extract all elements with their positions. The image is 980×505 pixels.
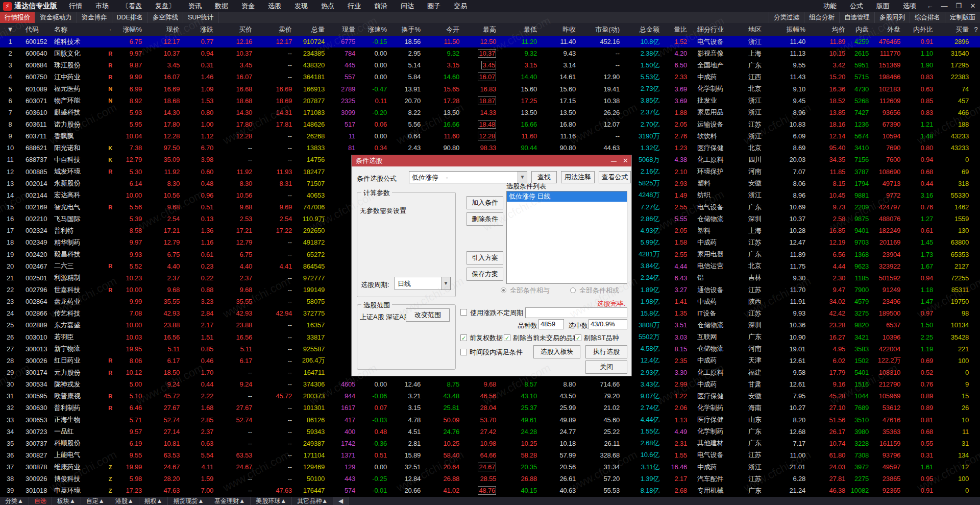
column-header-sy[interactable]: 市盈(动)	[579, 23, 623, 36]
column-header-jk[interactable]: 今开	[424, 23, 462, 36]
updown-period-input[interactable]	[525, 307, 627, 318]
close-icon[interactable]: ✕	[966, 0, 980, 12]
menu-item[interactable]: 圈子	[421, 0, 447, 12]
table-row[interactable]: 2600640国脉文化R9.9710.370.9410.37--23438578…	[0, 47, 980, 59]
column-header-lb[interactable]: 量比	[663, 23, 690, 36]
minimize-icon[interactable]: —	[937, 0, 951, 12]
usage-notes-button[interactable]: 用法注释	[561, 171, 595, 183]
column-header-dq[interactable]: 地区	[746, 23, 782, 36]
column-header-zsh[interactable]: 昨收	[540, 23, 579, 36]
table-row[interactable]: 5601089福元医药N6.9916.691.0916.6816.6916691…	[0, 83, 980, 95]
column-header-hs[interactable]: 换手%	[390, 23, 424, 36]
chevron-down-icon[interactable]: ▼	[518, 172, 527, 183]
menu-item[interactable]: 交易	[447, 0, 474, 12]
column-header-ml[interactable]: 买量	[936, 23, 972, 36]
toolbar-tab[interactable]: 资金驱动力	[35, 12, 77, 23]
menu-item[interactable]: 选股	[261, 0, 288, 12]
column-header-zs[interactable]: 涨速%	[358, 23, 390, 36]
checkbox-time-range[interactable]	[460, 349, 467, 355]
table-row[interactable]: 4600750江中药业R9.9916.071.4616.07--36418155…	[0, 71, 980, 83]
menu-item[interactable]: 功能	[817, 0, 843, 12]
condition-list-item[interactable]: 低位涨停 日线	[507, 191, 627, 202]
toolbar-tab[interactable]: DDE排名	[112, 12, 148, 23]
bottom-tab[interactable]: 期货现货▲	[168, 497, 209, 505]
add-condition-button[interactable]: 加入条件	[467, 196, 503, 209]
dialog-minimize-icon[interactable]: —	[611, 155, 617, 166]
table-row[interactable]: 3600684珠江股份R9.873.450.313.45--4383204450…	[0, 59, 980, 71]
checkbox-updown-period[interactable]	[460, 309, 467, 316]
delete-condition-button[interactable]: 删除条件	[467, 212, 503, 226]
column-header-selcol[interactable]: ▼	[0, 23, 20, 36]
column-header-wp[interactable]: 外盘	[872, 23, 903, 36]
menu-item[interactable]: 复盘〕	[149, 0, 182, 12]
column-header-zje[interactable]: 总金额	[623, 23, 663, 36]
execute-pick-button[interactable]: 执行选股	[585, 345, 627, 358]
table-row[interactable]: 9603711香飘飘10.0412.281.1212.28--26268110.…	[0, 130, 980, 142]
menu-item[interactable]: 行业	[341, 0, 368, 12]
column-header-xj[interactable]: 现价	[145, 23, 183, 36]
toolbar-button[interactable]: 综合排名	[910, 12, 945, 23]
menu-item[interactable]: 选项	[896, 0, 923, 12]
table-row[interactable]: 39301018申菱环境Z17.2347.637.00--47.63176447…	[0, 485, 980, 496]
table-row[interactable]: 37300878维康药业Z19.9924.674.1124.67--129469…	[0, 461, 980, 473]
save-plan-button[interactable]: 保存方案	[467, 268, 503, 281]
checkbox-remove-st[interactable]: ✓	[575, 334, 581, 341]
radio-all-and[interactable]	[501, 287, 506, 293]
menu-item[interactable]: 前沿	[368, 0, 394, 12]
column-header-zg[interactable]: 最高	[462, 23, 499, 36]
dialog-close-icon[interactable]: ✕	[623, 155, 628, 166]
toolbar-tab[interactable]: SUP统计	[183, 12, 219, 23]
restore-icon[interactable]: ❐	[951, 0, 966, 12]
import-plan-button[interactable]: 引入方案	[467, 251, 503, 264]
table-row[interactable]: 36300827上能电气9.5563.535.5463.53--17110413…	[0, 449, 980, 461]
column-header-code[interactable]: 代码	[20, 23, 52, 36]
bottom-tab[interactable]: 港股▲	[110, 497, 139, 505]
radio-all-or[interactable]	[570, 287, 576, 293]
menu-item[interactable]: 公式	[843, 0, 870, 12]
menu-item[interactable]: 〔看盘	[115, 0, 149, 12]
column-header-np[interactable]: 内盘	[848, 23, 872, 36]
table-row[interactable]: 34300723一品红9.5727.142.37----593434000.48…	[0, 426, 980, 438]
menu-item[interactable]: 问达	[394, 0, 421, 12]
close-dialog-button[interactable]: 关闭	[585, 360, 627, 374]
toolbar-button[interactable]: 定制版面	[945, 12, 980, 23]
menu-item[interactable]: 版面	[870, 0, 896, 12]
table-row[interactable]: 6603071物产环能N8.9218.681.5318.6818.6920787…	[0, 95, 980, 107]
column-header-xl[interactable]: 现量	[328, 23, 358, 36]
bottom-tab[interactable]: 自选	[29, 497, 52, 505]
table-row[interactable]: 35300737科顺股份6.1910.810.63----2493871742-…	[0, 438, 980, 449]
column-header-mj[interactable]: 买价	[216, 23, 255, 36]
period-combobox[interactable]: 日线 ▼	[395, 277, 451, 290]
bottom-tab[interactable]: 分类▲	[0, 497, 29, 505]
bottom-tab[interactable]: 基金理财▲	[209, 497, 251, 505]
column-header-more[interactable]: ?	[972, 23, 980, 36]
table-row[interactable]: 32300630普利制药R6.4627.671.6827.67--1013011…	[0, 402, 980, 414]
table-row[interactable]: 7603610麒盛科技5.9314.300.8014.3014.31171083…	[0, 107, 980, 118]
menu-item[interactable]: 热点	[314, 0, 341, 12]
column-header-hy[interactable]: 细分行业	[690, 23, 746, 36]
pick-into-block-button[interactable]: 选股入板块	[533, 345, 580, 358]
checkbox-remove-untraded[interactable]: ✓	[504, 334, 510, 341]
table-row[interactable]: 38300926博俊科技Z5.9828.201.59----50100443-0…	[0, 473, 980, 485]
bottom-tab[interactable]: 其它品种▲	[292, 497, 333, 505]
column-header-jj[interactable]: 均价	[808, 23, 848, 36]
toolbar-tab[interactable]: 多空阵线	[148, 12, 183, 23]
menu-item[interactable]: 数据	[208, 0, 235, 12]
menu-item[interactable]: 资讯	[182, 0, 208, 12]
toolbar-tab[interactable]: 行情报价	[0, 12, 35, 23]
menu-item[interactable]: 资金	[235, 0, 261, 12]
column-header-flag[interactable]: ·	[104, 23, 116, 36]
column-header-zdi[interactable]: 最低	[499, 23, 540, 36]
table-row[interactable]: 33300653正海生物5.7152.742.8552.74--86126417…	[0, 414, 980, 426]
condition-listbox[interactable]: 低位涨停 日线	[506, 191, 627, 284]
toolbar-button[interactable]: 分类过滤	[769, 12, 804, 23]
toolbar-button[interactable]: 自选管理	[839, 12, 874, 23]
menu-item[interactable]: 发现	[288, 0, 314, 12]
table-row[interactable]: 31300595欧普康视R5.1045.722.22--45.722003739…	[0, 390, 980, 402]
toolbar-button[interactable]: 多股同列	[874, 12, 910, 23]
back-icon[interactable]: ←	[923, 0, 937, 12]
column-header-zl[interactable]: 总量	[295, 23, 328, 36]
toolbar-tab[interactable]: 资金博弈	[77, 12, 112, 23]
bottom-tab[interactable]: 美股环球▲	[251, 497, 292, 505]
column-header-name[interactable]: 名称	[52, 23, 104, 36]
